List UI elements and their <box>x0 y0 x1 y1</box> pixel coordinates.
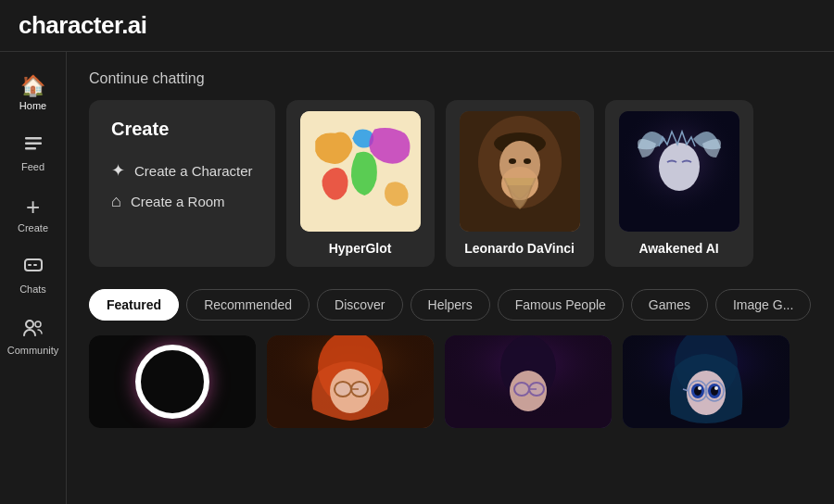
create-character-icon: ✦ <box>111 160 125 181</box>
svg-point-42 <box>714 386 718 390</box>
tab-image-gen[interactable]: Image G... <box>715 289 811 321</box>
grid-char-ring[interactable] <box>89 335 256 428</box>
header: character.ai <box>0 0 834 52</box>
create-dropdown: Create ✦ Create a Character ⌂ Create a R… <box>89 100 275 267</box>
create-character-label: Create a Character <box>134 163 253 179</box>
sidebar: 🏠 Home Feed + Create <box>0 52 67 504</box>
svg-rect-1 <box>25 143 42 145</box>
awakened-avatar <box>619 111 739 232</box>
svg-point-14 <box>509 158 516 164</box>
svg-point-7 <box>35 321 41 327</box>
svg-rect-4 <box>28 264 32 266</box>
svg-point-30 <box>514 383 529 396</box>
hyperglot-name: HyperGlot <box>329 241 392 256</box>
chats-icon <box>23 256 44 280</box>
create-room-option[interactable]: ⌂ Create a Room <box>111 186 253 217</box>
sidebar-item-home[interactable]: 🏠 Home <box>4 67 63 120</box>
tab-featured[interactable]: Featured <box>89 289 179 321</box>
char-card-awakened[interactable]: Awakened AI <box>605 100 753 267</box>
ring-visual <box>135 345 209 419</box>
svg-point-6 <box>26 321 33 328</box>
char-card-davinci[interactable]: Leonardo DaVinci <box>446 100 594 267</box>
sidebar-label-community: Community <box>7 345 59 356</box>
feed-icon <box>23 133 44 158</box>
svg-point-41 <box>698 386 701 390</box>
chat-cards-row: Create ✦ Create a Character ⌂ Create a R… <box>89 100 812 267</box>
create-room-label: Create a Room <box>131 194 225 209</box>
grid-char-redhead[interactable] <box>267 335 434 428</box>
sidebar-item-community[interactable]: Community <box>4 308 63 365</box>
svg-point-23 <box>335 382 351 397</box>
grid-char-purple[interactable] <box>445 335 612 428</box>
community-icon <box>22 317 44 341</box>
continue-chatting-title: Continue chatting <box>89 70 812 87</box>
main-layout: 🏠 Home Feed + Create <box>0 52 834 504</box>
tabs-section: Featured Recommended Discover Helpers Fa… <box>89 289 812 428</box>
tab-games[interactable]: Games <box>631 289 708 321</box>
sidebar-label-home: Home <box>19 100 46 111</box>
create-character-option[interactable]: ✦ Create a Character <box>111 155 253 186</box>
sidebar-label-feed: Feed <box>21 161 44 172</box>
create-icon: + <box>26 195 40 219</box>
davinci-avatar <box>460 111 580 232</box>
char-card-hyperglot[interactable]: HyperGlot <box>286 100 435 267</box>
sidebar-label-chats: Chats <box>19 284 46 295</box>
svg-rect-2 <box>25 147 36 150</box>
svg-point-15 <box>524 158 531 164</box>
home-icon: 🏠 <box>20 76 45 96</box>
logo: character.ai <box>19 11 147 39</box>
create-room-icon: ⌂ <box>111 192 121 211</box>
sidebar-item-create[interactable]: + Create <box>4 185 63 243</box>
svg-point-18 <box>659 143 700 191</box>
content-area: Continue chatting Create ✦ Create a Char… <box>67 52 834 504</box>
tab-famous-people[interactable]: Famous People <box>498 289 624 321</box>
sidebar-item-chats[interactable]: Chats <box>4 246 63 304</box>
tab-helpers[interactable]: Helpers <box>411 289 490 321</box>
davinci-name: Leonardo DaVinci <box>464 241 575 256</box>
awakened-name: Awakened AI <box>638 241 718 256</box>
hyperglot-avatar <box>300 111 421 232</box>
tab-recommended[interactable]: Recommended <box>186 289 310 321</box>
tabs-row: Featured Recommended Discover Helpers Fa… <box>89 289 812 321</box>
svg-rect-5 <box>33 264 37 266</box>
featured-chars-grid <box>89 335 812 428</box>
sidebar-label-create: Create <box>18 222 48 233</box>
sidebar-item-feed[interactable]: Feed <box>4 124 63 182</box>
svg-rect-0 <box>25 137 42 140</box>
create-dropdown-title: Create <box>111 119 253 140</box>
tab-discover[interactable]: Discover <box>317 289 402 321</box>
grid-char-anime[interactable] <box>623 335 790 428</box>
